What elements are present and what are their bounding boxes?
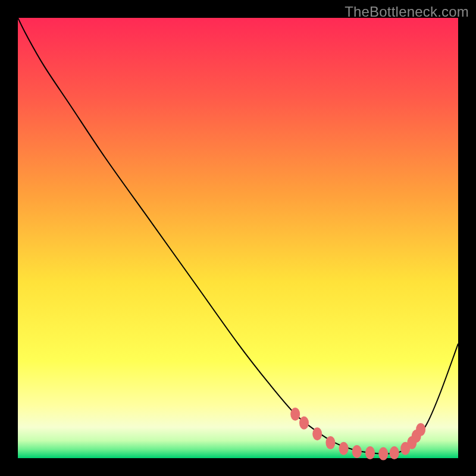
marker-dot <box>390 446 399 459</box>
marker-dot <box>352 445 362 458</box>
chart-frame: TheBottleneck.com <box>0 0 476 476</box>
chart-overlay <box>18 18 458 458</box>
marker-dot <box>299 416 309 430</box>
marker-dot <box>365 446 375 459</box>
marker-dot <box>325 436 335 449</box>
bottleneck-curve <box>18 18 458 454</box>
marker-dot <box>339 442 349 455</box>
marker-dot <box>290 408 300 421</box>
sweet-spot-markers-group <box>290 408 425 461</box>
watermark-text: TheBottleneck.com <box>345 4 469 20</box>
marker-dot <box>312 427 322 440</box>
marker-dot <box>416 423 425 436</box>
marker-dot <box>378 447 388 461</box>
